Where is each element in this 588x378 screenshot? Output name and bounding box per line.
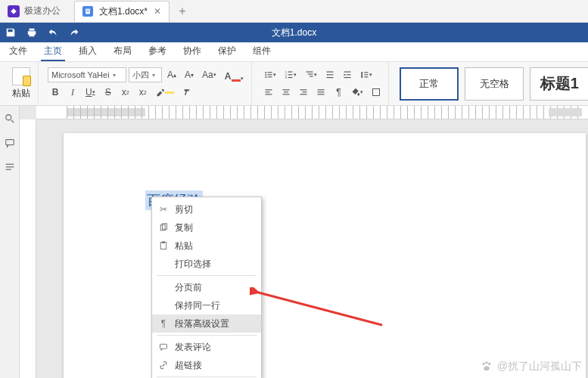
document-viewport[interactable]: 百度经验 [20, 106, 588, 378]
font-size-select[interactable]: 小四▾ [129, 67, 162, 82]
document-tab[interactable]: 文档1.docx* ✕ [74, 1, 170, 22]
tab-layout[interactable]: 布局 [110, 42, 135, 61]
tab-insert[interactable]: 插入 [76, 42, 100, 61]
ctx-cut[interactable]: ✂剪切 [152, 200, 261, 218]
svg-rect-28 [266, 89, 272, 90]
watermark: @扰了山河孤山下 [480, 360, 582, 373]
comments-rail-button[interactable] [3, 136, 17, 150]
svg-point-8 [266, 76, 267, 78]
ctx-add-comment[interactable]: 发表评论 [152, 338, 261, 356]
svg-rect-15 [288, 77, 293, 78]
svg-rect-48 [160, 243, 166, 249]
close-tab-icon[interactable]: ✕ [154, 6, 161, 17]
svg-rect-11 [288, 72, 293, 73]
horizontal-ruler[interactable] [36, 106, 588, 119]
line-spacing-button[interactable]: ▾ [357, 67, 375, 82]
context-menu: ✂剪切 复制 粘贴 打印选择 分页前 保持同一行 ¶段落高级设置 发表评论 超链… [151, 197, 262, 378]
align-left-button[interactable] [261, 85, 276, 100]
ctx-keep-same-line[interactable]: 保持同一行 [152, 296, 261, 314]
svg-rect-5 [268, 72, 272, 73]
ctx-paragraph-advanced[interactable]: ¶段落高级设置 [152, 314, 261, 333]
svg-rect-27 [365, 76, 369, 77]
shading-button[interactable]: ▾ [348, 85, 366, 100]
svg-rect-39 [318, 94, 325, 94]
ctx-copy[interactable]: 复制 [152, 218, 261, 237]
comment-icon [158, 342, 169, 352]
svg-rect-32 [284, 91, 288, 92]
paw-icon [480, 360, 493, 373]
bullet-list-button[interactable]: ▾ [261, 67, 279, 82]
svg-rect-38 [318, 91, 325, 92]
vertical-ruler[interactable] [20, 119, 36, 378]
style-nospace[interactable]: 无空格 [465, 67, 524, 101]
quick-access-bar: 文档1.docx [0, 23, 588, 42]
ctx-paste[interactable]: 粘贴 [152, 237, 261, 255]
svg-rect-17 [308, 74, 313, 75]
underline-button[interactable]: U▾ [82, 85, 98, 100]
doc-icon [82, 6, 93, 17]
search-rail-button[interactable] [3, 112, 17, 125]
new-tab-button[interactable]: + [173, 2, 192, 21]
tab-protect[interactable]: 保护 [215, 42, 239, 61]
italic-button[interactable]: I [65, 85, 80, 100]
multilevel-list-button[interactable]: ▾ [302, 67, 320, 82]
highlight-button[interactable] [153, 85, 177, 100]
align-right-button[interactable] [296, 85, 311, 100]
number-list-button[interactable]: 123▾ [282, 67, 300, 82]
svg-rect-45 [5, 169, 11, 170]
svg-rect-33 [283, 94, 290, 94]
print-button[interactable] [21, 23, 42, 42]
indent-button[interactable] [340, 67, 355, 82]
ctx-page-break-before[interactable]: 分页前 [152, 278, 261, 296]
ctx-print-selection[interactable]: 打印选择 [152, 255, 261, 273]
style-heading1[interactable]: 标题1 [530, 67, 588, 101]
outdent-button[interactable] [322, 67, 338, 82]
tab-collab[interactable]: 协作 [180, 42, 204, 61]
ribbon-font-group: Microsoft YaHei▾ 小四▾ A▴ A▾ Aa▾ A▾ B I U▾… [43, 62, 252, 105]
style-normal[interactable]: 正常 [400, 67, 459, 101]
tab-component[interactable]: 组件 [250, 42, 274, 61]
svg-rect-23 [347, 74, 351, 75]
clear-format-button[interactable] [179, 85, 194, 100]
svg-rect-21 [327, 77, 334, 78]
align-center-button[interactable] [278, 85, 294, 100]
font-name-select[interactable]: Microsoft YaHei▾ [48, 67, 126, 82]
svg-point-55 [484, 366, 490, 370]
undo-button[interactable] [42, 23, 64, 42]
svg-rect-18 [310, 76, 313, 77]
paste-button[interactable]: 粘贴 [9, 66, 33, 101]
svg-rect-36 [300, 94, 307, 94]
strike-button[interactable]: S [101, 85, 116, 100]
copy-icon [158, 222, 169, 233]
ribbon-clipboard-group: 粘贴 [5, 62, 39, 105]
bold-button[interactable]: B [48, 85, 63, 100]
svg-rect-3 [86, 11, 89, 12]
svg-rect-25 [365, 72, 369, 73]
subscript-button[interactable]: x2 [135, 85, 151, 100]
redo-button[interactable] [64, 23, 85, 42]
ctx-hyperlink[interactable]: 超链接 [152, 356, 261, 374]
svg-point-41 [5, 115, 11, 120]
svg-rect-30 [266, 94, 272, 94]
cut-icon: ✂ [158, 204, 169, 215]
font-color-button[interactable]: A▾ [222, 67, 247, 82]
grow-font-button[interactable]: A▴ [164, 67, 179, 82]
svg-point-52 [482, 363, 484, 365]
tab-home[interactable]: 主页 [41, 42, 65, 61]
save-button[interactable] [0, 23, 21, 42]
change-case-button[interactable]: Aa▾ [199, 67, 219, 82]
page-canvas[interactable]: 百度经验 [64, 133, 586, 378]
superscript-button[interactable]: x2 [118, 85, 133, 100]
tab-file[interactable]: 文件 [6, 42, 30, 61]
paragraph-mark-button[interactable]: ¶ [331, 85, 346, 100]
svg-rect-29 [266, 91, 270, 92]
svg-rect-7 [268, 74, 272, 75]
shrink-font-button[interactable]: A▾ [182, 67, 197, 82]
align-justify-button[interactable] [313, 85, 328, 100]
app-name: 极速办公 [24, 5, 61, 17]
borders-button[interactable] [369, 85, 384, 100]
ctx-separator [157, 376, 257, 377]
tab-reference[interactable]: 参考 [145, 42, 170, 61]
ribbon-paragraph-group: ▾ 123▾ ▾ ▾ ¶ ▾ [257, 62, 389, 105]
headings-rail-button[interactable] [3, 160, 17, 174]
